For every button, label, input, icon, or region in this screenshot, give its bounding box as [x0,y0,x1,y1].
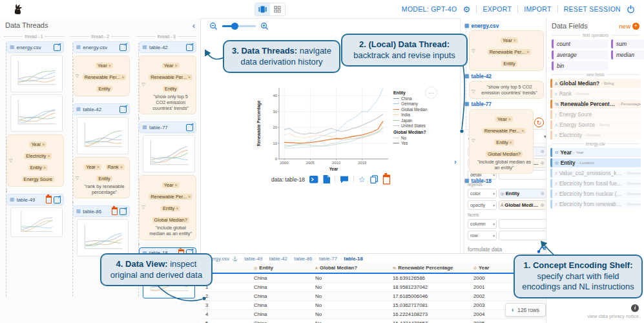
remove-icon[interactable]: × [42,141,45,147]
operator-count[interactable]: count [552,39,608,48]
tab-table-42[interactable]: table-42 [269,256,287,262]
remove-field-icon[interactable]: ⊗ [541,191,545,196]
table-card-86[interactable]: ▦ table-86 ↗ [73,205,130,217]
remove-field-icon[interactable]: ⊗ [541,202,545,208]
prev-page-icon[interactable]: ‹ [512,306,514,313]
settings-gear-icon[interactable]: ⚙ [462,5,470,14]
delete-chart-icon[interactable] [383,174,390,184]
field-global-median[interactable]: AGlobal Median?- String [550,79,641,88]
thread-node-table-42[interactable]: ▦ table-42 [464,73,544,79]
field-electricity-renewables[interactable]: #Electricity from renewables ...- Number [550,200,641,209]
export-table-icon[interactable]: ↗ [119,208,127,215]
operator-sum[interactable]: sum [611,39,644,48]
tab-table-86[interactable]: table-86 [294,256,312,262]
remove-icon[interactable]: × [121,74,124,80]
remove-icon[interactable]: × [97,164,99,170]
derivation-prompt[interactable]: ▽ Year× Rank× Entity "rank by renewable … [73,157,130,198]
field-electricity-nuclear[interactable]: #Electricity from nuclear (T...- Number [550,189,641,198]
shelf-expand-icon[interactable]: › [454,158,457,165]
thread-view-toggle[interactable] [255,3,270,16]
remove-icon[interactable]: × [176,205,178,211]
export-table-icon[interactable]: ↗ [119,44,127,51]
derivation-prompt[interactable]: ▽ Year× Renewable Per...× Entity [73,56,130,96]
thread-node-energy[interactable]: ▦ energy.csv [464,23,544,29]
chat-feedback-icon[interactable] [340,176,349,183]
derivation-prompt[interactable]: ▽ Year× Electricity× Entity× Energy Sour… [6,134,64,187]
table-row[interactable]: 2China No17.6185006046 2002 [200,292,546,301]
grid-view-toggle[interactable] [270,3,285,16]
remove-icon[interactable]: × [510,140,512,145]
remove-icon[interactable]: × [47,153,50,159]
table-card-77[interactable]: ▦ table-77 ↗ [139,121,196,133]
rerun-derivation-icon[interactable]: ↻ [534,118,544,127]
row-channel-select[interactable]: row▾ [468,231,497,240]
remove-icon[interactable]: × [521,128,524,134]
table-card-energy[interactable]: ▦ energy.csv ↗ [6,41,64,53]
delete-table-icon[interactable] [112,207,118,215]
export-table-icon[interactable]: ↗ [54,44,61,51]
export-table-icon[interactable]: ↗ [186,44,193,51]
field-year[interactable]: ⊙Year- Year [550,148,641,157]
tab-table-18-active[interactable]: table-18 [344,256,362,262]
derivation-prompt[interactable]: ▽ Year× Renewable Per...× Entity× Global… [469,109,534,174]
table-row[interactable]: 3China No15.0362717081 2003 [200,301,546,310]
derivation-prompt[interactable]: ▽ Year× Renewable Per...× Entity "show o… [139,56,196,114]
new-field-button[interactable]: new + [619,23,639,30]
operator-bin[interactable]: bin [552,61,608,70]
row-count-pager[interactable]: ‹ 126 rows [505,303,546,317]
export-table-icon[interactable]: ↗ [119,106,127,113]
opacity-field[interactable]: A Global Median? ⊗ [499,200,546,210]
column-channel-select[interactable]: column▾ [468,219,497,229]
field-energy-soure[interactable]: ƒEnergy Soure [550,110,641,119]
chart-thumbnail[interactable] [77,117,129,154]
remove-icon[interactable]: × [175,63,178,68]
field-co2-emissions[interactable]: #Value_co2_emissions_kt_by...- Number [550,169,641,178]
copy-chart-icon[interactable] [370,175,378,183]
zoom-slider[interactable] [222,25,256,27]
export-table-icon[interactable]: ↗ [54,196,61,203]
field-entity[interactable]: ◎Entity- Location [550,158,641,167]
collapse-panel-icon[interactable]: ‹ [192,21,195,30]
info-icon[interactable]: i [631,304,639,312]
chart-thumbnail[interactable] [10,94,63,132]
thread-node-table-18[interactable]: ▦ table-18 [464,178,544,184]
remove-icon[interactable]: × [508,116,511,122]
favorite-star-icon[interactable]: ☆ [358,176,366,183]
table-card-42[interactable]: ▦ table-42 ↗ [73,103,130,115]
slider-thumb[interactable] [231,23,238,30]
chart-thumbnail[interactable] [77,219,129,256]
remove-icon[interactable]: × [188,194,191,200]
remove-field-icon[interactable]: ⊗ [541,149,545,154]
power-icon[interactable] [627,5,635,14]
remove-icon[interactable]: × [514,37,516,43]
color-channel-select[interactable]: color▾ [468,189,497,198]
table-card-42[interactable]: ▦ table-42 ↗ [139,41,196,53]
field-renewable-percentage[interactable]: %Renewable Percentage- Percentage [550,99,641,109]
chart-thumbnail[interactable] [10,207,63,237]
table-row[interactable]: 4China No16.2224108273 2004 [200,310,546,319]
derivation-prompt[interactable]: ▽ Year× Renewable Per...× Entity [469,30,544,71]
table-card-energy[interactable]: ▦ energy.csv ↗ [73,41,130,53]
derivation-prompt[interactable]: ▽ "show only top 5 CO2 emission countrie… [469,81,544,99]
privacy-notice-link[interactable]: view data privacy notice [587,313,639,319]
remove-icon[interactable]: × [526,49,529,55]
chart-thumbnail[interactable] [143,135,195,172]
view-data-file-icon[interactable] [323,175,330,183]
tab-table-77[interactable]: table-77 [319,256,337,262]
remove-icon[interactable]: × [109,63,111,68]
color-field[interactable]: ◎ Entity ⊗ [499,189,546,198]
model-selector[interactable]: MODEL: GPT-4O [402,5,457,13]
table-row[interactable]: 1China No18.9581237042 2001 [200,283,546,292]
table-card-49[interactable]: ▦ table-49 ↗ [6,194,64,205]
zoom-in-icon[interactable] [260,22,269,30]
field-rank[interactable]: #Rank- Number [550,89,641,98]
field-energy-source[interactable]: AEnergy Source- String [550,120,641,129]
opacity-channel-select[interactable]: opacity▾ [468,200,497,210]
column-field-empty[interactable] [499,219,546,229]
zoom-out-icon[interactable] [209,22,218,30]
reset-session-button[interactable]: RESET SESSION [564,5,621,13]
chart-thumbnail[interactable] [10,55,63,92]
operator-average[interactable]: average [552,50,608,59]
export-button[interactable]: EXPORT [483,5,512,13]
row-field-empty[interactable] [499,231,546,240]
